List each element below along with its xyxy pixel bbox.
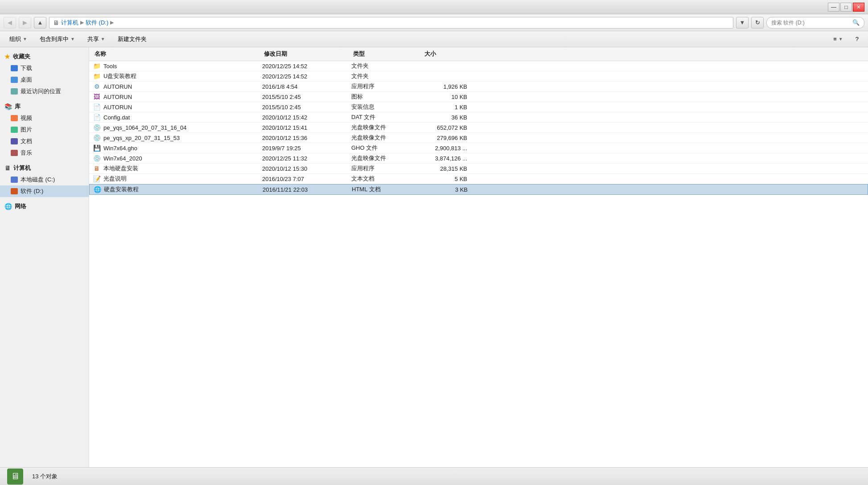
file-icon: 💿: [93, 155, 101, 162]
file-type: GHO 文件: [351, 144, 423, 152]
file-size: 1 KB: [423, 104, 476, 111]
computer-icon: 🖥: [4, 164, 11, 172]
table-row[interactable]: 📁 U盘安装教程 2020/12/25 14:52 文件夹: [89, 71, 868, 82]
table-row[interactable]: 💿 pe_yqs_1064_20_07_31_16_04 2020/10/12 …: [89, 123, 868, 133]
view-icon: ≡: [833, 36, 837, 42]
file-date: 2016/11/21 22:03: [263, 186, 352, 193]
status-bar: 🖥 13 个对象: [0, 467, 868, 485]
file-name-cell: 💿 pe_yqs_xp_20_07_31_15_53: [93, 134, 262, 141]
network-title[interactable]: 🌐 网络: [0, 201, 89, 212]
file-name: Tools: [103, 63, 117, 70]
file-icon: 💾: [93, 144, 101, 152]
file-name-cell: 📁 Tools: [93, 62, 262, 70]
dropdown-button[interactable]: ▼: [736, 17, 749, 29]
file-icon: 📁: [93, 73, 101, 80]
help-button[interactable]: ?: [850, 33, 864, 45]
share-button[interactable]: 共享 ▼: [82, 33, 111, 45]
file-name-cell: 📁 U盘安装教程: [93, 72, 262, 80]
doc-icon: [11, 138, 18, 144]
table-row[interactable]: 💾 Win7x64.gho 2019/9/7 19:25 GHO 文件 2,90…: [89, 143, 868, 153]
table-row[interactable]: 💿 pe_yqs_xp_20_07_31_15_53 2020/10/12 15…: [89, 133, 868, 143]
table-row[interactable]: 💿 Win7x64_2020 2020/12/25 11:32 光盘映像文件 3…: [89, 153, 868, 164]
computer-section: 🖥 计算机 本地磁盘 (C:) 软件 (D:): [0, 162, 89, 197]
include-library-button[interactable]: 包含到库中 ▼: [34, 33, 81, 45]
table-row[interactable]: 📝 光盘说明 2016/10/23 7:07 文本文档 5 KB: [89, 174, 868, 184]
table-row[interactable]: 🖼 AUTORUN 2015/5/10 2:45 图标 10 KB: [89, 92, 868, 102]
favorites-title[interactable]: ★ 收藏夹: [0, 51, 89, 62]
col-type[interactable]: 类型: [351, 49, 423, 59]
view-arrow-icon: ▼: [839, 37, 843, 41]
search-input[interactable]: [771, 20, 850, 26]
file-name: 硬盘安装教程: [104, 185, 139, 193]
library-title[interactable]: 📚 库: [0, 101, 89, 112]
file-type: DAT 文件: [351, 113, 423, 121]
maximize-button[interactable]: □: [840, 3, 852, 12]
file-date: 2020/10/12 15:42: [262, 114, 351, 121]
sidebar-item-hdd-d[interactable]: 软件 (D:): [0, 185, 89, 197]
col-date[interactable]: 修改日期: [262, 49, 351, 59]
file-name-cell: ⚙ AUTORUN: [93, 83, 262, 90]
file-name-cell: 🌐 硬盘安装教程: [93, 185, 263, 193]
library-section: 📚 库 视频 图片 文档 音乐: [0, 101, 89, 159]
sidebar-item-image[interactable]: 图片: [0, 124, 89, 136]
file-type: 光盘映像文件: [351, 123, 423, 132]
view-button[interactable]: ≡ ▼: [827, 33, 849, 45]
sidebar-item-music[interactable]: 音乐: [0, 147, 89, 159]
file-date: 2020/10/12 15:41: [262, 124, 351, 131]
file-icon: 📝: [93, 175, 101, 182]
file-name: Win7x64.gho: [103, 145, 137, 152]
search-bar[interactable]: 🔍: [766, 17, 864, 29]
table-row[interactable]: ⚙ AUTORUN 2016/1/8 4:54 应用程序 1,926 KB: [89, 82, 868, 92]
file-type: 应用程序: [351, 164, 423, 173]
include-library-arrow-icon: ▼: [70, 37, 75, 41]
network-icon: 🌐: [4, 203, 12, 210]
title-bar: — □ ✕: [0, 0, 868, 14]
table-row[interactable]: 📄 AUTORUN 2015/5/10 2:45 安装信息 1 KB: [89, 102, 868, 112]
refresh-button[interactable]: ↻: [751, 17, 764, 29]
breadcrumb-drive[interactable]: 软件 (D:): [86, 19, 108, 27]
file-size: 1,926 KB: [423, 83, 476, 90]
table-row[interactable]: 🖥 本地硬盘安装 2020/10/12 15:30 应用程序 28,315 KB: [89, 164, 868, 174]
organize-button[interactable]: 组织 ▼: [4, 33, 33, 45]
col-size[interactable]: 大小: [423, 49, 476, 59]
toolbar: 组织 ▼ 包含到库中 ▼ 共享 ▼ 新建文件夹 ≡ ▼ ?: [0, 31, 868, 47]
forward-button[interactable]: ▶: [19, 17, 31, 29]
file-size: 36 KB: [423, 114, 476, 121]
table-row[interactable]: 🌐 硬盘安装教程 2016/11/21 22:03 HTML 文档 3 KB: [89, 184, 868, 195]
sidebar-item-video[interactable]: 视频: [0, 112, 89, 124]
file-date: 2020/12/25 14:52: [262, 63, 351, 70]
computer-title[interactable]: 🖥 计算机: [0, 162, 89, 174]
file-date: 2016/1/8 4:54: [262, 83, 351, 90]
back-button[interactable]: ◀: [4, 17, 16, 29]
new-folder-button[interactable]: 新建文件夹: [112, 33, 152, 45]
sidebar: ★ 收藏夹 下载 桌面 最近访问的位置 📚 库: [0, 47, 89, 467]
table-row[interactable]: 📄 Config.dat 2020/10/12 15:42 DAT 文件 36 …: [89, 112, 868, 123]
file-name-cell: 💿 pe_yqs_1064_20_07_31_16_04: [93, 124, 262, 131]
file-name-cell: 💾 Win7x64.gho: [93, 144, 262, 152]
file-type: 文件夹: [351, 62, 423, 70]
file-date: 2020/12/25 14:52: [262, 73, 351, 80]
file-icon: 📁: [93, 62, 101, 70]
table-row[interactable]: 📁 Tools 2020/12/25 14:52 文件夹: [89, 61, 868, 71]
sidebar-item-doc[interactable]: 文档: [0, 136, 89, 147]
up-button[interactable]: ▲: [34, 17, 46, 29]
sidebar-item-hdd-c[interactable]: 本地磁盘 (C:): [0, 174, 89, 185]
organize-arrow-icon: ▼: [23, 37, 27, 41]
file-date: 2016/10/23 7:07: [262, 176, 351, 182]
col-name[interactable]: 名称: [93, 49, 262, 59]
close-button[interactable]: ✕: [853, 3, 864, 12]
sidebar-item-download[interactable]: 下载: [0, 62, 89, 74]
minimize-button[interactable]: —: [828, 3, 839, 12]
file-rows-container: 📁 Tools 2020/12/25 14:52 文件夹 📁 U盘安装教程 20…: [89, 61, 868, 195]
sidebar-item-desktop[interactable]: 桌面: [0, 74, 89, 86]
file-date: 2015/5/10 2:45: [262, 94, 351, 100]
file-name-cell: 📝 光盘说明: [93, 175, 262, 183]
hdd-d-icon: [11, 188, 18, 194]
sidebar-item-recent[interactable]: 最近访问的位置: [0, 86, 89, 97]
file-name: AUTORUN: [103, 94, 132, 100]
file-size: 10 KB: [423, 94, 476, 100]
file-size: 3,874,126 ...: [423, 155, 476, 162]
file-icon: 📄: [93, 103, 101, 111]
file-type: 安装信息: [351, 103, 423, 111]
breadcrumb-computer[interactable]: 计算机: [61, 19, 78, 27]
